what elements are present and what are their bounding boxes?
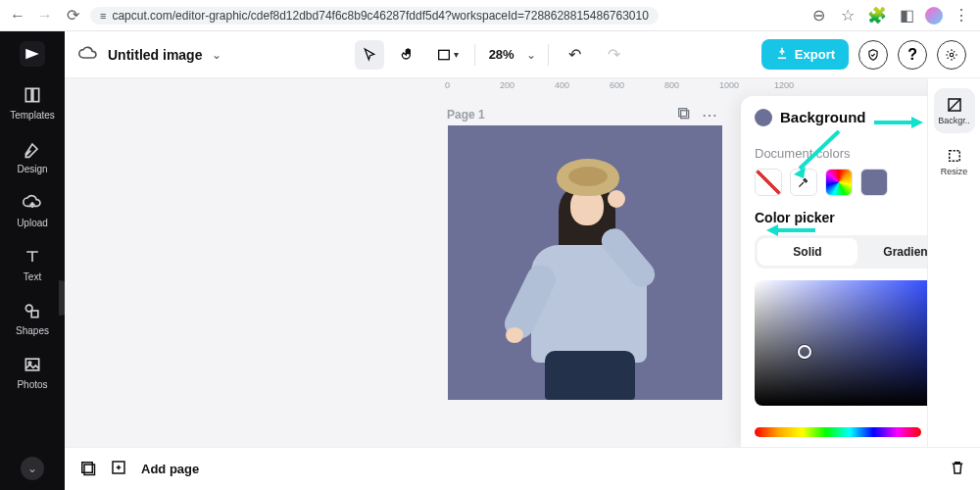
help-button[interactable]: ?	[898, 40, 927, 70]
rail-collapse-icon[interactable]: ⌄	[21, 457, 44, 480]
tab-gradient[interactable]: Gradient	[858, 238, 927, 266]
svg-point-7	[950, 53, 954, 57]
left-rail: Templates Design Upload Text Shapes Phot…	[0, 31, 65, 490]
background-panel: Background ✕ Document colors Color picke…	[741, 96, 927, 447]
cloud-save-icon[interactable]	[78, 43, 98, 67]
canvas-stage[interactable]: 0 200 400 600 800 1000 1200 Page 1 ⋯	[65, 78, 927, 447]
export-icon	[775, 46, 789, 63]
rsb-label: Backgr..	[938, 116, 970, 125]
forward-icon[interactable]: →	[35, 7, 55, 24]
subject-image[interactable]	[502, 155, 668, 400]
panel-title: Background	[780, 109, 927, 125]
templates-icon	[22, 84, 43, 106]
export-button[interactable]: Export	[761, 39, 849, 70]
page-more-icon[interactable]: ⋯	[702, 106, 717, 125]
rail-label: Shapes	[16, 325, 49, 336]
page-label: Page 1	[447, 108, 485, 122]
rsb-background[interactable]: Backgr..	[934, 88, 975, 133]
sidebar-item-design[interactable]: Design	[0, 138, 65, 174]
hue-slider[interactable]	[755, 427, 921, 437]
kebab-menu-icon[interactable]: ⋮	[951, 6, 972, 24]
swatch-none[interactable]	[755, 169, 782, 196]
rail-label: Text	[24, 271, 41, 282]
saturation-value-box[interactable]	[755, 280, 927, 406]
sidebar-item-text[interactable]: Text	[0, 246, 65, 282]
title-chevron-icon[interactable]: ⌄	[212, 48, 221, 62]
background-icon	[946, 96, 963, 114]
top-toolbar: Untitled image ⌄ ▾ 28% ⌄ ↶ ↷ Export ?	[65, 31, 980, 78]
photos-icon	[22, 354, 43, 375]
rail-label: Photos	[17, 379, 47, 390]
add-page-button[interactable]: Add page	[141, 462, 199, 476]
document-color-swatches	[755, 169, 927, 196]
shield-button[interactable]	[858, 40, 888, 70]
rsb-resize[interactable]: Resize	[934, 139, 975, 184]
svg-rect-0	[25, 88, 31, 101]
undo-button[interactable]: ↶	[561, 40, 590, 70]
sidebar-item-photos[interactable]: Photos	[0, 354, 65, 390]
side-panel-icon[interactable]: ◧	[896, 6, 917, 24]
sv-handle[interactable]	[798, 345, 811, 359]
tab-solid[interactable]: Solid	[758, 238, 858, 266]
browser-chrome: ← → ⟳ ≡ capcut.com/editor-graphic/cdef8d…	[0, 0, 980, 31]
svg-rect-18	[949, 151, 959, 162]
svg-rect-6	[439, 50, 450, 59]
design-icon	[22, 138, 43, 160]
trash-icon[interactable]	[949, 459, 966, 480]
eyedropper-button[interactable]	[790, 169, 817, 196]
sidebar-item-upload[interactable]: Upload	[0, 192, 65, 228]
layers-icon[interactable]	[78, 459, 96, 480]
resize-icon	[946, 147, 963, 165]
settings-button[interactable]	[937, 40, 966, 70]
svg-line-17	[949, 99, 960, 111]
color-type-tabs: Solid Gradient	[755, 235, 927, 269]
select-tool-button[interactable]	[355, 40, 384, 70]
swatch-color-picker[interactable]	[825, 169, 853, 196]
svg-rect-9	[679, 109, 687, 117]
rail-label: Upload	[17, 218, 48, 228]
upload-icon	[22, 192, 43, 214]
redo-button[interactable]: ↷	[600, 40, 629, 70]
color-picker-title: Color picker	[755, 210, 927, 225]
zoom-lens-icon[interactable]: ⊖	[808, 6, 829, 24]
frame-tool-button[interactable]: ▾	[433, 40, 463, 70]
rail-label: Templates	[10, 110, 55, 121]
svg-rect-8	[681, 111, 689, 119]
add-page-icon[interactable]	[110, 459, 127, 480]
current-color-swatch	[755, 109, 772, 126]
reload-icon[interactable]: ⟳	[63, 6, 82, 24]
hand-tool-button[interactable]	[394, 40, 423, 70]
rail-label: Design	[17, 164, 47, 174]
site-info-icon[interactable]: ≡	[100, 10, 106, 22]
profile-avatar[interactable]	[925, 7, 943, 24]
url-bar[interactable]: ≡ capcut.com/editor-graphic/cdef8d12dbd7…	[90, 7, 659, 24]
shapes-icon	[22, 300, 43, 321]
document-colors-label: Document colors	[755, 146, 927, 161]
svg-rect-1	[33, 88, 39, 101]
url-text: capcut.com/editor-graphic/cdef8d12dbd74f…	[112, 9, 648, 23]
sidebar-item-templates[interactable]: Templates	[0, 84, 65, 121]
project-title[interactable]: Untitled image	[108, 47, 202, 63]
export-label: Export	[795, 47, 835, 62]
bookmark-star-icon[interactable]: ☆	[837, 6, 858, 24]
swatch-current-bg[interactable]	[860, 169, 888, 196]
right-sidebar: Backgr.. Resize	[927, 78, 980, 447]
svg-rect-3	[31, 311, 38, 318]
zoom-level[interactable]: 28%	[489, 47, 514, 62]
extensions-icon[interactable]: 🧩	[866, 6, 888, 24]
capcut-logo[interactable]	[20, 41, 45, 67]
zoom-chevron-icon[interactable]: ⌄	[526, 48, 536, 62]
back-icon[interactable]: ←	[8, 7, 27, 24]
duplicate-page-icon[interactable]	[676, 106, 692, 125]
canvas-page[interactable]	[448, 125, 722, 400]
bottom-bar: Add page	[65, 447, 980, 490]
rsb-label: Resize	[941, 167, 968, 176]
text-icon	[22, 246, 43, 268]
sidebar-item-shapes[interactable]: Shapes	[0, 300, 65, 336]
ruler: 0 200 400 600 800 1000 1200	[445, 78, 927, 96]
svg-rect-4	[25, 359, 38, 370]
